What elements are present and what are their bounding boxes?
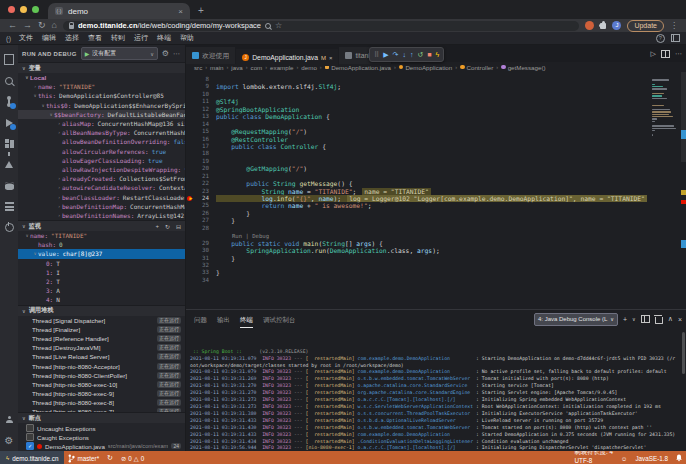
console-scrollbar[interactable] — [682, 332, 685, 374]
remote-indicator[interactable]: ϟ demo.titanide.cn — [0, 451, 64, 464]
account-avatar[interactable]: J — [612, 21, 621, 30]
split-terminal-icon[interactable] — [641, 315, 650, 323]
code-line-25[interactable]: 25 return name + " is awesome!"; — [186, 202, 686, 209]
thread-row[interactable]: Thread [DestroyJavaVM]正在运行 — [18, 343, 185, 352]
menu-item-查看[interactable]: 查看 — [88, 34, 102, 41]
watch-row[interactable]: hash:0 — [18, 240, 185, 249]
gutter-glyph[interactable] — [186, 225, 195, 232]
code-line-8[interactable]: 8 — [186, 76, 686, 83]
thread-row[interactable]: Thread [http-nio-8080-Acceptor]正在运行 — [18, 361, 185, 370]
hot-code-replace-icon[interactable]: ϟ — [436, 49, 440, 61]
gutter-glyph[interactable] — [186, 113, 195, 120]
stop-icon[interactable]: ■ — [427, 49, 431, 61]
thread-row[interactable]: Thread [Live Reload Server]正在运行 — [18, 352, 185, 361]
code-line-19[interactable]: 19 — [186, 158, 686, 165]
breadcrumb-item-main[interactable]: main — [210, 64, 223, 71]
refresh-watch-icon[interactable]: ↻ — [165, 223, 170, 230]
collapse-all-icon[interactable]: ⊟ — [176, 223, 181, 230]
variable-row[interactable]: ›autowireCandidateResolver:ContextAnnota… — [18, 183, 185, 192]
gutter-glyph[interactable] — [186, 158, 195, 165]
breakpoint-row[interactable]: Uncaught Exceptions — [18, 423, 185, 432]
variables-section-header[interactable]: ∨ 变量 — [18, 62, 185, 73]
new-tab-button[interactable]: + — [190, 2, 212, 19]
code-lens[interactable]: Run | Debug — [232, 233, 269, 239]
gutter-glyph[interactable] — [186, 173, 195, 180]
code-line-16[interactable]: 16 @RestController — [186, 136, 686, 143]
breakpoint-row[interactable]: Caught Exceptions — [18, 433, 185, 442]
variable-row[interactable]: ∨$$beanFactory:DefaultListableBeanFactor… — [18, 110, 185, 119]
code-line-27[interactable]: 27 } — [186, 217, 686, 224]
notifications-bell[interactable] — [672, 454, 686, 462]
code-line-9[interactable]: 9import lombok.extern.slf4j.Slf4j; — [186, 83, 686, 90]
more-actions-icon[interactable]: ⋯ — [173, 50, 181, 58]
breadcrumb-item-src[interactable]: src — [194, 64, 202, 71]
url-text[interactable]: demo.titanide.cn/ide/web/coding/demo/my-… — [78, 21, 261, 30]
gutter-glyph[interactable] — [186, 136, 195, 143]
code-editor[interactable]: 89import lombok.extern.slf4j.Slf4j;1011@… — [186, 72, 686, 309]
explorer-icon[interactable] — [0, 49, 18, 70]
code-line-22[interactable]: 22 public String getMessage() { — [186, 180, 686, 187]
code-line-13[interactable]: 13public class DemoApplication { — [186, 113, 686, 120]
run-file-icon[interactable]: ▷ — [651, 50, 656, 58]
back-icon[interactable]: ← — [8, 19, 17, 32]
layout-toggle-icon[interactable] — [671, 34, 680, 42]
window-controls[interactable] — [0, 0, 48, 19]
variable-row[interactable]: ∨this$0:DemoApplication$$EnhancerBySprin… — [18, 101, 185, 110]
browser-tab[interactable]: (·) demo × — [48, 3, 190, 19]
variable-row[interactable]: ›alreadyCreated:Collections$SetFromMap@1… — [18, 174, 185, 183]
gutter-glyph[interactable] — [186, 255, 195, 262]
watch-row[interactable]: 4:N — [18, 295, 185, 304]
close-window-icon[interactable] — [8, 6, 15, 13]
menu-item-运行[interactable]: 运行 — [134, 34, 148, 41]
gutter-glyph[interactable] — [186, 202, 195, 209]
close-panel-icon[interactable]: × — [678, 316, 682, 323]
thread-row[interactable]: Thread [http-nio-8080-ClientPoller]正在运行 — [18, 371, 185, 380]
help-icon[interactable]: ? — [656, 34, 665, 43]
reload-icon[interactable]: ↻ — [38, 19, 46, 32]
variable-row[interactable]: ›beanDefinitionNames:ArrayList@142 size=… — [18, 211, 185, 220]
new-terminal-icon[interactable]: + — [623, 316, 627, 323]
watch-row[interactable]: ∨value:char[8]@237 — [18, 249, 185, 258]
code-line-11[interactable]: 11@Slf4j — [186, 98, 686, 105]
variable-row[interactable]: ∨Local — [18, 73, 185, 82]
account-icon[interactable] — [0, 409, 18, 430]
gutter-glyph[interactable] — [186, 240, 195, 247]
gutter-glyph[interactable] — [186, 188, 195, 195]
thread-row[interactable]: Thread [http-nio-8080-exec-8]正在运行 — [18, 398, 185, 407]
address-bar[interactable]: demo.titanide.cn/ide/web/coding/demo/my-… — [63, 21, 579, 31]
code-line-10[interactable]: 10 — [186, 91, 686, 98]
breakpoint-checkbox[interactable] — [26, 433, 34, 441]
breakpoint-checkbox[interactable]: ✓ — [26, 442, 34, 450]
watch-row[interactable]: ∨name:"TITANIDE" — [18, 231, 185, 240]
source-control-icon[interactable] — [0, 91, 18, 112]
test-flask-icon[interactable] — [0, 154, 18, 175]
variable-row[interactable]: ∨this:DemoApplication$Controller@85 — [18, 91, 185, 100]
layers-icon[interactable] — [0, 196, 18, 217]
overview-ruler[interactable] — [681, 72, 686, 309]
debug-settings-gear-icon[interactable]: ⚙ — [162, 49, 169, 58]
code-line-30[interactable]: 30 SpringApplication.run(DemoApplication… — [186, 247, 686, 254]
code-line-32[interactable]: 32 — [186, 262, 686, 269]
menu-item-编辑[interactable]: 编辑 — [42, 34, 56, 41]
gutter-glyph[interactable] — [186, 76, 195, 83]
terminal-dropdown-icon[interactable]: ∨ — [632, 316, 636, 322]
power-icon[interactable] — [0, 217, 18, 238]
bookmark-star-icon[interactable]: ☆ — [275, 21, 282, 30]
gutter-glyph[interactable] — [186, 121, 195, 128]
breadcrumb-item-getMessage()[interactable]: getMessage() — [501, 64, 545, 71]
gutter-glyph[interactable] — [186, 83, 195, 90]
variable-row[interactable]: ›beanClassLoader:RestartClassLoader@140 — [18, 192, 185, 201]
terminal-picker[interactable]: 4: Java Debug Console (L ∨ — [534, 313, 618, 326]
breakpoint-row[interactable]: ✓DemoApplication.javasrc/main/java/com/e… — [18, 442, 185, 451]
close-tab-icon[interactable]: × — [178, 7, 183, 16]
variable-row[interactable]: allowRawInjectionDespiteWrapping:false — [18, 165, 185, 174]
breadcrumb-item-DemoApplication[interactable]: DemoApplication — [399, 64, 452, 71]
add-watch-icon[interactable]: + — [155, 223, 159, 229]
kill-terminal-icon[interactable] — [655, 317, 663, 324]
update-button[interactable]: Update — [627, 20, 664, 32]
gutter-glyph[interactable] — [186, 128, 195, 135]
gutter-glyph[interactable] — [186, 269, 195, 276]
gutter-glyph[interactable] — [186, 91, 195, 98]
code-line-15[interactable]: 15 @RequestMapping("/") — [186, 128, 686, 135]
variable-row[interactable]: ›name:"TITANIDE" — [18, 82, 185, 91]
